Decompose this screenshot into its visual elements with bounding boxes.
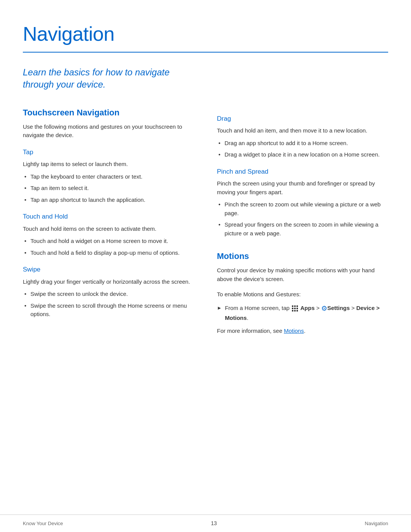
touch-and-hold-description: Touch and hold items on the screen to ac… xyxy=(23,225,194,233)
settings-gear-icon: ⚙ xyxy=(321,304,327,314)
two-column-layout: Touchscreen Navigation Use the following… xyxy=(23,106,388,339)
drag-bullet-1: Drag an app shortcut to add it to a Home… xyxy=(217,139,388,148)
pinch-bullet-1: Pinch the screen to zoom out while viewi… xyxy=(217,200,388,217)
swipe-bullet-1: Swipe the screen to unlock the device. xyxy=(23,290,194,299)
drag-bullet-2: Drag a widget to place it in a new locat… xyxy=(217,150,388,159)
tap-description: Lightly tap items to select or launch th… xyxy=(23,160,194,169)
apps-dots-icon xyxy=(292,305,298,312)
pinch-and-spread-description: Pinch the screen using your thumb and fo… xyxy=(217,179,388,197)
motions-heading: Motions xyxy=(217,250,388,262)
pinch-bullet-2: Spread your fingers on the screen to zoo… xyxy=(217,220,388,238)
page-footer: Know Your Device 13 Navigation xyxy=(0,514,411,532)
drag-bullets: Drag an app shortcut to add it to a Home… xyxy=(217,139,388,159)
tap-bullets: Tap the keyboard to enter characters or … xyxy=(23,173,194,204)
swipe-bullets: Swipe the screen to unlock the device. S… xyxy=(23,290,194,319)
triangle-icon: ► xyxy=(217,304,222,312)
touch-hold-bullet-1: Touch and hold a widget on a Home screen… xyxy=(23,237,194,246)
touchscreen-navigation-desc: Use the following motions and gestures o… xyxy=(23,123,194,140)
touch-and-hold-heading: Touch and Hold xyxy=(23,212,194,222)
footer-right: Navigation xyxy=(365,520,388,527)
motions-instruction: ► From a Home screen, tap Apps > ⚙Settin… xyxy=(217,304,388,323)
title-divider xyxy=(23,52,388,53)
tap-bullet-1: Tap the keyboard to enter characters or … xyxy=(23,173,194,181)
swipe-heading: Swipe xyxy=(23,265,194,275)
pinch-bullets: Pinch the screen to zoom out while viewi… xyxy=(217,200,388,238)
intro-text: Learn the basics for how to navigate thr… xyxy=(23,66,198,91)
settings-label: Settings xyxy=(327,305,350,311)
left-column: Touchscreen Navigation Use the following… xyxy=(23,106,194,339)
motions-enable-label: To enable Motions and Gestures: xyxy=(217,290,388,299)
motions-more-info: For more information, see Motions. xyxy=(217,327,388,335)
drag-description: Touch and hold an item, and then move it… xyxy=(217,126,388,135)
touch-and-hold-bullets: Touch and hold a widget on a Home screen… xyxy=(23,237,194,257)
pinch-and-spread-heading: Pinch and Spread xyxy=(217,167,388,177)
right-column: Drag Touch and hold an item, and then mo… xyxy=(217,106,388,339)
apps-label: Apps xyxy=(300,305,315,311)
swipe-bullet-2: Swipe the screen to scroll through the H… xyxy=(23,302,194,319)
footer-page-number: 13 xyxy=(211,519,217,527)
touch-hold-bullet-2: Touch and hold a field to display a pop-… xyxy=(23,249,194,257)
motions-description: Control your device by making specific m… xyxy=(217,266,388,283)
motions-link[interactable]: Motions xyxy=(284,328,304,334)
drag-heading: Drag xyxy=(217,114,388,124)
motions-instruction-text: From a Home screen, tap Apps > ⚙Settings… xyxy=(225,304,388,323)
touchscreen-navigation-heading: Touchscreen Navigation xyxy=(23,106,194,119)
tap-bullet-2: Tap an item to select it. xyxy=(23,184,194,193)
footer-left: Know Your Device xyxy=(23,520,63,527)
tap-heading: Tap xyxy=(23,147,194,157)
page-title: Navigation xyxy=(23,19,388,49)
tap-bullet-3: Tap an app shortcut to launch the applic… xyxy=(23,196,194,204)
swipe-description: Lightly drag your finger vertically or h… xyxy=(23,278,194,286)
